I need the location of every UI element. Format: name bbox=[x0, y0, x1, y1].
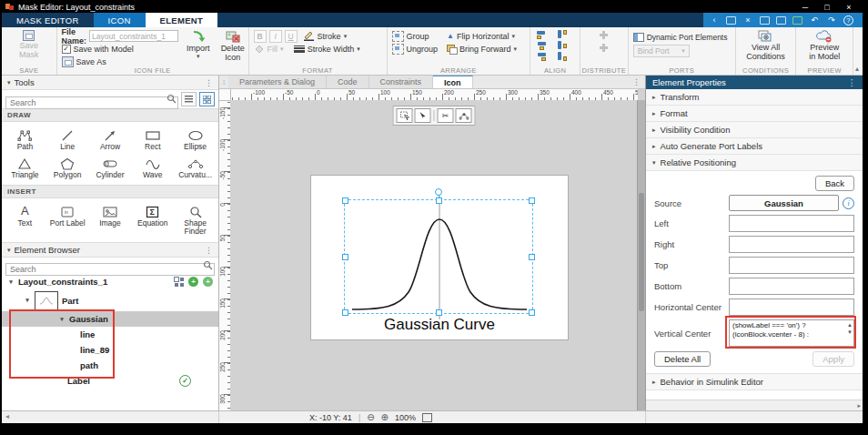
drag-handle-icon[interactable]: ⁞ bbox=[219, 76, 228, 88]
maximize-button[interactable]: □ bbox=[817, 2, 837, 13]
tools-menu-icon[interactable]: ⋮ bbox=[205, 78, 213, 87]
select-tool-button[interactable] bbox=[397, 108, 413, 123]
distribute-horizontal-icon[interactable] bbox=[600, 31, 609, 40]
tree-item-part[interactable]: ▾ Part bbox=[2, 289, 218, 311]
copy-icon[interactable] bbox=[760, 16, 770, 25]
add-point-tool-button[interactable] bbox=[456, 108, 472, 123]
apply-button[interactable]: Apply bbox=[812, 351, 854, 367]
scroll-left-icon[interactable]: ◂ bbox=[5, 412, 9, 420]
handle-e[interactable] bbox=[529, 254, 535, 260]
list-view-button[interactable] bbox=[181, 92, 197, 106]
section-transform[interactable]: ▸ Transform bbox=[646, 89, 863, 106]
section-format[interactable]: ▸ Format bbox=[646, 106, 863, 122]
align-middle-icon[interactable] bbox=[557, 41, 569, 50]
tools-collapse-icon[interactable]: ▾ bbox=[7, 79, 11, 86]
tool-port-label[interactable]: in Port Label bbox=[46, 201, 89, 238]
help-icon[interactable]: ? bbox=[843, 15, 853, 25]
horizontal-center-input[interactable] bbox=[729, 298, 854, 316]
save-as-button[interactable]: Save As bbox=[76, 57, 106, 66]
tool-ellipse[interactable]: Ellipse bbox=[174, 125, 217, 153]
canvas-tabs-menu-icon[interactable]: ⋮ bbox=[628, 76, 645, 88]
delete-all-button[interactable]: Delete All bbox=[654, 351, 711, 367]
section-behavior-simulink[interactable]: ▸ Behavior in Simulink Editor bbox=[646, 373, 863, 390]
zoom-in-icon[interactable]: ⊕ bbox=[381, 413, 389, 422]
tree-grid-view-icon[interactable] bbox=[174, 277, 184, 287]
tools-search-input[interactable] bbox=[5, 96, 178, 109]
import-button[interactable]: Import ▾ bbox=[184, 29, 213, 65]
element-browser-collapse-icon[interactable]: ▾ bbox=[7, 247, 11, 254]
left-input[interactable] bbox=[729, 215, 854, 232]
scroll-right-icon[interactable]: ▸ bbox=[857, 402, 861, 410]
right-panel-scrollbar[interactable]: ▸ bbox=[646, 400, 863, 410]
zoom-out-icon[interactable]: ⊖ bbox=[367, 413, 374, 422]
section-relative-positioning[interactable]: ▾ Relative Positioning bbox=[646, 155, 863, 171]
handle-nw[interactable] bbox=[342, 197, 348, 204]
fill-button[interactable]: Fill bbox=[267, 45, 278, 54]
distribute-vertical-icon[interactable] bbox=[600, 44, 609, 53]
element-browser-menu-icon[interactable]: ⋮ bbox=[205, 246, 213, 255]
bring-forward-button[interactable]: Bring Forward bbox=[459, 45, 511, 54]
element-properties-menu-icon[interactable]: ⋮ bbox=[848, 77, 857, 87]
tab-constraints[interactable]: Constraints bbox=[369, 76, 434, 88]
tab-parameters-dialog[interactable]: Parameters & Dialog bbox=[228, 76, 327, 88]
tab-code[interactable]: Code bbox=[327, 76, 369, 88]
underline-button[interactable]: U bbox=[285, 30, 298, 43]
minimize-button[interactable]: ─ bbox=[795, 2, 815, 13]
tool-equation[interactable]: Σ Equation bbox=[131, 201, 174, 238]
add-element-icon[interactable]: + bbox=[188, 277, 198, 287]
section-auto-generate-port-labels[interactable]: ▸ Auto Generate Port Labels bbox=[646, 138, 863, 155]
tab-icon-canvas[interactable]: Icon bbox=[433, 76, 473, 88]
rotation-handle[interactable] bbox=[435, 188, 442, 196]
tools-panel-header[interactable]: ▾ Tools ⋮ bbox=[2, 76, 218, 90]
stroke-button[interactable]: Stroke bbox=[318, 32, 341, 41]
align-left-icon[interactable] bbox=[537, 30, 549, 39]
delete-icon-button[interactable]: Delete Icon bbox=[218, 29, 247, 65]
close-button[interactable]: × bbox=[839, 2, 859, 13]
cut-path-tool-button[interactable]: ✂ bbox=[438, 108, 454, 123]
view-all-conditions-button[interactable]: View All Conditions bbox=[741, 29, 792, 63]
back-button[interactable]: Back bbox=[815, 176, 854, 191]
info-icon[interactable]: i bbox=[843, 197, 854, 209]
align-center-icon[interactable] bbox=[537, 41, 549, 50]
tab-mask-editor[interactable]: MASK EDITOR bbox=[2, 13, 94, 27]
tree-item-path[interactable]: path bbox=[2, 358, 218, 373]
handle-sw[interactable] bbox=[342, 309, 348, 316]
tool-line[interactable]: Line bbox=[46, 125, 89, 153]
add-group-icon[interactable]: + bbox=[203, 277, 213, 287]
top-input[interactable] bbox=[729, 257, 854, 274]
flip-horizontal-button[interactable]: Flip Horizontal bbox=[457, 32, 510, 41]
tree-item-line[interactable]: line bbox=[2, 327, 218, 342]
tool-triangle[interactable]: Triangle bbox=[4, 153, 46, 181]
save-with-model-checkbox[interactable]: ✓ bbox=[62, 45, 71, 54]
bottom-input[interactable] bbox=[729, 278, 854, 295]
italic-button[interactable]: I bbox=[269, 30, 282, 43]
tree-item-label[interactable]: Label ✓ bbox=[2, 373, 218, 389]
section-visibility-condition[interactable]: ▸ Visibility Condition bbox=[646, 122, 863, 138]
tool-wave[interactable]: Wave bbox=[131, 153, 174, 181]
collapse-left-icon[interactable]: ‹ bbox=[709, 15, 720, 25]
zoom-level[interactable]: 100% bbox=[395, 413, 416, 422]
screenshot-icon[interactable] bbox=[726, 16, 736, 25]
bold-button[interactable]: B bbox=[254, 30, 267, 43]
file-name-input[interactable] bbox=[89, 30, 178, 42]
undo-icon[interactable]: ↶ bbox=[809, 15, 820, 25]
tool-text[interactable]: A Text bbox=[4, 201, 46, 238]
direct-select-tool-button[interactable] bbox=[415, 108, 431, 123]
icon-artboard[interactable]: Gaussian Curve bbox=[310, 175, 569, 340]
paste-icon[interactable] bbox=[776, 16, 786, 25]
preview-in-model-button[interactable]: Preview in Model bbox=[801, 29, 848, 63]
right-input[interactable] bbox=[729, 236, 854, 253]
canvas-vertical-scrollbar[interactable] bbox=[637, 100, 645, 410]
tool-rect[interactable]: Rect bbox=[131, 125, 174, 153]
dynamic-port-elements-checkbox[interactable]: Dynamic Port Elements bbox=[647, 33, 728, 42]
handle-n[interactable] bbox=[436, 197, 442, 204]
collapse-ribbon-icon[interactable]: ▴ bbox=[855, 65, 859, 73]
redo-icon[interactable]: ↷ bbox=[826, 15, 837, 25]
vertical-center-spinner[interactable]: ▲▼ bbox=[847, 322, 853, 335]
align-right-icon[interactable] bbox=[537, 52, 549, 61]
handle-se[interactable] bbox=[529, 309, 535, 316]
tool-arrow[interactable]: Arrow bbox=[89, 125, 132, 153]
vertical-center-input[interactable]: (showLabel === 'on') ? (iconBlock.vcente… bbox=[729, 319, 854, 347]
tool-shape-finder[interactable]: Shape Finder bbox=[174, 201, 217, 238]
fit-to-view-icon[interactable] bbox=[422, 413, 432, 422]
